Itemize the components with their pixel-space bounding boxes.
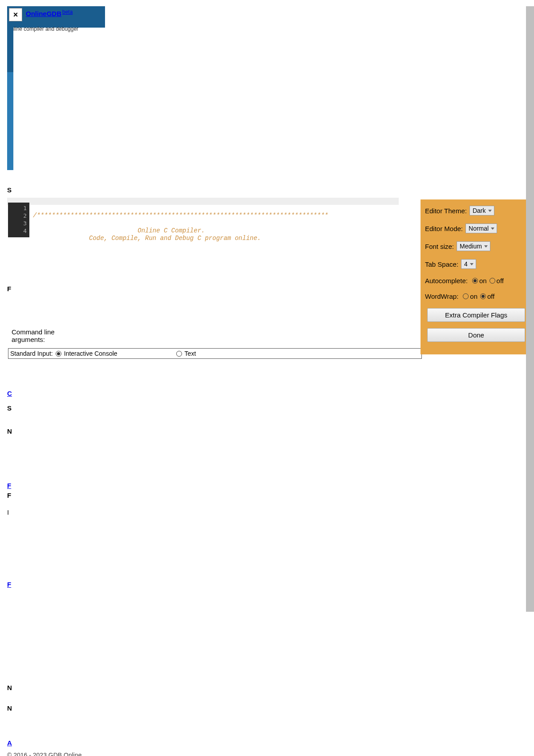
clipped-text: I bbox=[7, 508, 9, 516]
sidebar-stripe-light bbox=[7, 72, 13, 170]
stdin-interactive-radio[interactable] bbox=[56, 351, 61, 357]
settings-panel: Editor Theme: Dark Editor Mode: Normal F… bbox=[421, 199, 532, 354]
clipped-link[interactable]: F bbox=[7, 482, 11, 489]
clipped-text: F bbox=[7, 492, 11, 499]
cli-args-label: Command line arguments: bbox=[12, 328, 55, 343]
clipped-link[interactable]: F bbox=[7, 581, 11, 588]
editor-gutter: 1 2 3 4 bbox=[8, 203, 29, 237]
wordwrap-off-radio[interactable] bbox=[480, 293, 486, 299]
autocomplete-on-radio[interactable] bbox=[472, 278, 478, 284]
autocomplete-off-radio[interactable] bbox=[490, 278, 495, 284]
code-line: Online C Compiler. bbox=[33, 227, 205, 234]
tabspace-label: Tab Space: bbox=[425, 260, 458, 268]
line-number: 4 bbox=[8, 227, 27, 235]
wordwrap-label: WordWrap: bbox=[425, 293, 458, 300]
close-icon: × bbox=[13, 10, 18, 20]
theme-label: Editor Theme: bbox=[425, 207, 467, 215]
stdin-label: Standard Input: bbox=[10, 350, 53, 357]
clipped-text: S bbox=[7, 186, 12, 194]
app-header: × OnlineGDB beta bbox=[7, 6, 105, 28]
theme-select[interactable]: Dark bbox=[469, 206, 494, 215]
code-area[interactable]: /***************************************… bbox=[29, 203, 328, 250]
wordwrap-on-radio[interactable] bbox=[463, 293, 469, 299]
sidebar-stripe-dark bbox=[7, 28, 13, 72]
footer-copyright: © 2016 - 2023 GDB Online bbox=[7, 752, 82, 756]
stdin-row: Standard Input: Interactive Console Text bbox=[8, 348, 422, 359]
code-line: /***************************************… bbox=[33, 212, 328, 219]
clipped-link[interactable]: C bbox=[7, 390, 12, 397]
autocomplete-label: Autocomplete: bbox=[425, 277, 468, 285]
autocomplete-radiogroup: on off bbox=[470, 277, 504, 285]
stdin-text-radio[interactable] bbox=[176, 351, 182, 357]
line-number: 2 bbox=[8, 212, 27, 219]
clipped-text: S bbox=[7, 404, 12, 412]
tabspace-select[interactable]: 4 bbox=[461, 259, 476, 269]
clipped-text: N bbox=[7, 427, 12, 435]
vertical-scrollbar-thumb[interactable] bbox=[526, 6, 534, 612]
clipped-text: N bbox=[7, 704, 12, 712]
app-title-link[interactable]: OnlineGDB bbox=[26, 10, 61, 17]
clipped-text: N bbox=[7, 684, 12, 691]
stdin-text-label: Text bbox=[185, 350, 196, 357]
extra-flags-button[interactable]: Extra Compiler Flags bbox=[427, 308, 525, 322]
fontsize-label: Font size: bbox=[425, 243, 454, 250]
mode-select[interactable]: Normal bbox=[465, 224, 497, 233]
clipped-text: F bbox=[7, 285, 11, 293]
mode-label: Editor Mode: bbox=[425, 225, 463, 232]
line-number: 1 bbox=[8, 204, 27, 212]
done-button[interactable]: Done bbox=[427, 328, 525, 342]
code-line: Code, Compile, Run and Debug C program o… bbox=[33, 235, 261, 242]
beta-link[interactable]: beta bbox=[62, 9, 73, 15]
fontsize-select[interactable]: Medium bbox=[457, 241, 490, 251]
clipped-link[interactable]: A bbox=[7, 739, 12, 747]
stdin-interactive-label: Interactive Console bbox=[64, 350, 117, 357]
wordwrap-radiogroup: on off bbox=[461, 293, 494, 300]
app-subtitle: online compiler and debugger bbox=[8, 26, 78, 32]
close-button[interactable]: × bbox=[9, 8, 22, 21]
line-number: 3 bbox=[8, 219, 27, 227]
